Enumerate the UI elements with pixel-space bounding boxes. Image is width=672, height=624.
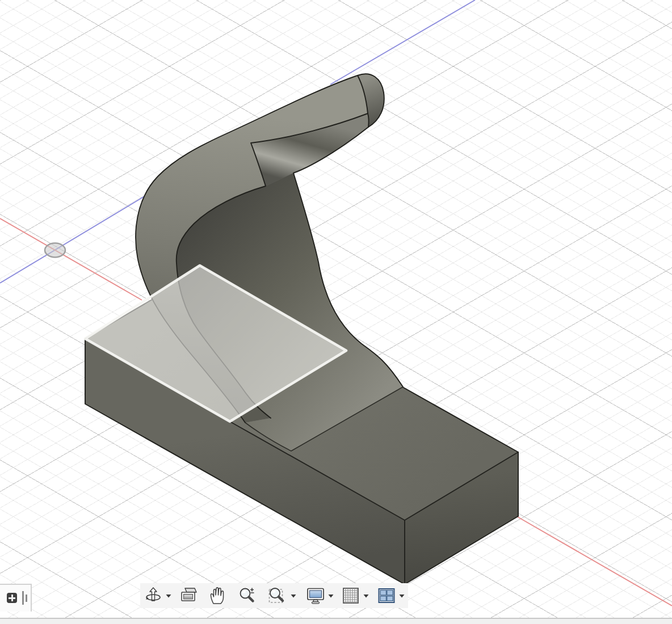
look-at-icon — [182, 588, 196, 601]
bottom-left-panel — [0, 584, 32, 612]
blue-axis-right-segment — [330, 0, 475, 85]
zoom-window-dropdown-caret[interactable] — [290, 593, 297, 598]
blue-axis-left-segment — [0, 195, 146, 283]
model-scene — [0, 0, 672, 624]
zoom-window-icon — [270, 588, 283, 602]
chevron-down-icon — [291, 595, 296, 598]
grid-snaps-dropdown-caret[interactable] — [363, 593, 369, 598]
display-settings-button[interactable] — [306, 586, 325, 605]
red-axis-left-segment — [0, 218, 142, 300]
zoom-icon — [241, 588, 254, 601]
display-settings-icon — [308, 589, 324, 604]
grid-icon — [343, 588, 358, 603]
viewports-dropdown-caret[interactable] — [398, 593, 405, 598]
orbit-dropdown-caret[interactable] — [165, 593, 172, 598]
collapse-handle-icon[interactable] — [26, 595, 27, 602]
orbit-button[interactable] — [144, 586, 163, 605]
cad-viewport-window — [0, 0, 672, 624]
red-axis-right-segment — [516, 516, 672, 606]
collapse-handle-icon[interactable] — [22, 591, 24, 605]
chevron-down-icon — [166, 595, 171, 598]
navigation-toolbar — [140, 583, 408, 608]
timeline-edge-strip — [0, 618, 672, 624]
zoom-button[interactable] — [238, 586, 257, 605]
chevron-down-icon — [329, 595, 334, 598]
chevron-down-icon — [400, 595, 405, 598]
3d-canvas[interactable] — [0, 0, 672, 624]
pan-hand-icon — [211, 588, 224, 604]
chevron-down-icon — [364, 595, 369, 598]
look-at-button[interactable] — [179, 586, 198, 605]
origin-indicator[interactable] — [45, 243, 65, 258]
orbit-icon — [146, 588, 160, 601]
viewports-icon — [379, 589, 394, 602]
grid-snaps-button[interactable] — [341, 586, 360, 605]
zoom-window-button[interactable] — [267, 586, 287, 605]
pan-button[interactable] — [208, 586, 228, 605]
viewports-button[interactable] — [377, 586, 396, 605]
add-icon[interactable] — [7, 593, 17, 603]
display-settings-dropdown-caret[interactable] — [327, 593, 334, 598]
